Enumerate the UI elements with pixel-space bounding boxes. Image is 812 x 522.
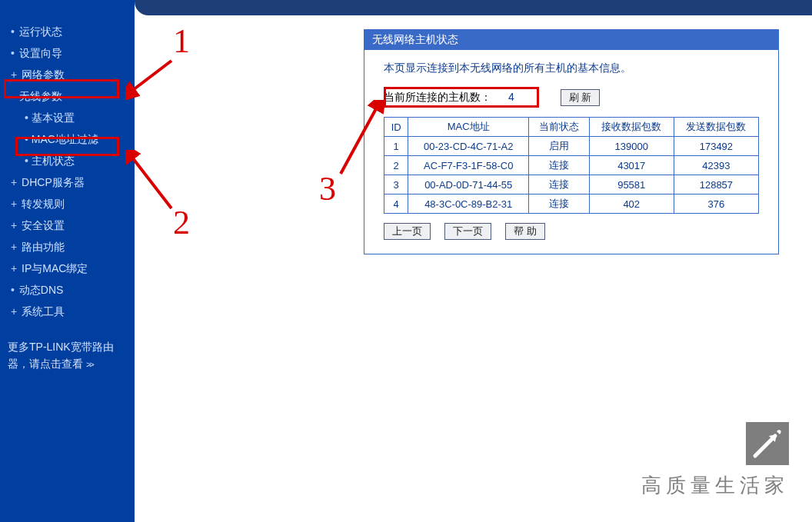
cell-id: 3: [384, 175, 408, 195]
cell-rx: 43017: [589, 156, 674, 175]
cell-mac: 00-AD-0D-71-44-55: [408, 175, 529, 195]
sidebar-item-network[interactable]: 网络参数: [8, 65, 135, 86]
host-count-text: 当前所连接的主机数： 4: [384, 91, 514, 105]
sidebar-item-wizard[interactable]: 设置向导: [8, 43, 135, 65]
cell-status: 连接: [529, 175, 590, 195]
cell-mac: 48-3C-0C-89-B2-31: [408, 195, 529, 214]
sidebar-menu: 运行状态 设置向导 网络参数 无线参数 基本设置 MAC地址过滤 主机状态 DH…: [8, 22, 135, 323]
cell-status: 启用: [529, 137, 590, 156]
cell-rx: 402: [589, 195, 674, 214]
th-rx: 接收数据包数: [589, 118, 674, 137]
pager-row: 上一页 下一页 帮 助: [384, 223, 759, 240]
host-count-row: 当前所连接的主机数： 4 刷 新: [384, 89, 759, 106]
panel-title: 无线网络主机状态: [364, 30, 778, 50]
watermark-icon: [746, 422, 789, 465]
cell-rx: 139000: [589, 137, 674, 156]
cell-mac: 00-23-CD-4C-71-A2: [408, 137, 529, 156]
cell-tx: 376: [674, 195, 758, 214]
sidebar-item-wireless[interactable]: 无线参数: [8, 86, 135, 108]
panel-desc: 本页显示连接到本无线网络的所有主机的基本信息。: [384, 62, 759, 75]
cell-status: 连接: [529, 156, 590, 175]
table-row: 448-3C-0C-89-B2-31连接402376: [384, 195, 759, 214]
watermark-text: 高质量生活家: [641, 474, 789, 497]
sidebar-item-ddns[interactable]: 动态DNS: [8, 280, 135, 301]
content-area: 无线网络主机状态 本页显示连接到本无线网络的所有主机的基本信息。 当前所连接的主…: [135, 15, 812, 522]
top-header: [135, 0, 812, 15]
th-id: ID: [384, 118, 408, 137]
wireless-host-panel: 无线网络主机状态 本页显示连接到本无线网络的所有主机的基本信息。 当前所连接的主…: [364, 29, 779, 254]
cell-id: 1: [384, 137, 408, 156]
double-arrow-icon: >>: [86, 360, 93, 369]
help-button[interactable]: 帮 助: [505, 223, 545, 240]
prev-button[interactable]: 上一页: [384, 223, 431, 240]
svg-line-1: [130, 155, 171, 208]
table-row: 300-AD-0D-71-44-55连接95581128857: [384, 175, 759, 195]
cell-id: 2: [384, 156, 408, 175]
refresh-button[interactable]: 刷 新: [561, 89, 601, 106]
cell-id: 4: [384, 195, 408, 214]
cell-rx: 95581: [589, 175, 674, 195]
watermark: 高质量生活家: [641, 422, 789, 499]
table-row: 2AC-F7-F3-1F-58-C0连接4301742393: [384, 156, 759, 175]
sidebar-item-status[interactable]: 运行状态: [8, 22, 135, 43]
th-tx: 发送数据包数: [674, 118, 758, 137]
cell-status: 连接: [529, 195, 590, 214]
sidebar-item-macfilter[interactable]: MAC地址过滤: [8, 129, 135, 151]
svg-line-0: [130, 61, 171, 92]
sidebar-item-routing[interactable]: 路由功能: [8, 237, 135, 258]
host-table: ID MAC地址 当前状态 接收数据包数 发送数据包数 100-23-CD-4C…: [384, 117, 759, 214]
next-button[interactable]: 下一页: [444, 223, 491, 240]
panel-body: 本页显示连接到本无线网络的所有主机的基本信息。 当前所连接的主机数： 4 刷 新…: [364, 50, 778, 254]
sidebar-more[interactable]: 更多TP-LINK宽带路由 器，请点击查看 >>: [8, 338, 135, 373]
host-count-value: 4: [508, 91, 514, 103]
sidebar-item-basic[interactable]: 基本设置: [8, 108, 135, 129]
annotation-number-2: 2: [173, 203, 190, 242]
sidebar-item-security[interactable]: 安全设置: [8, 215, 135, 237]
annotation-number-1: 1: [173, 22, 190, 61]
annotation-number-3: 3: [319, 169, 336, 208]
sidebar: 运行状态 设置向导 网络参数 无线参数 基本设置 MAC地址过滤 主机状态 DH…: [0, 0, 135, 522]
sidebar-item-dhcp[interactable]: DHCP服务器: [8, 172, 135, 194]
sidebar-item-ipmac[interactable]: IP与MAC绑定: [8, 258, 135, 280]
th-mac: MAC地址: [408, 118, 529, 137]
table-row: 100-23-CD-4C-71-A2启用139000173492: [384, 137, 759, 156]
cell-tx: 128857: [674, 175, 758, 195]
cell-tx: 173492: [674, 137, 758, 156]
cell-mac: AC-F7-F3-1F-58-C0: [408, 156, 529, 175]
sidebar-item-forward[interactable]: 转发规则: [8, 194, 135, 215]
th-status: 当前状态: [529, 118, 590, 137]
cell-tx: 42393: [674, 156, 758, 175]
sidebar-item-tools[interactable]: 系统工具: [8, 301, 135, 323]
sidebar-item-hoststatus[interactable]: 主机状态: [8, 151, 135, 172]
